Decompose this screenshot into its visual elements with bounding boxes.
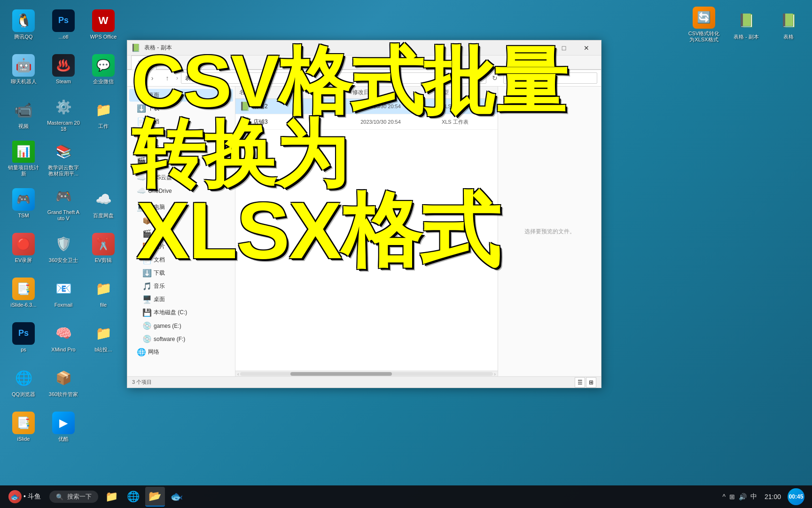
desktop-icon-xmind[interactable]: 🧠 XMind Pro <box>45 318 82 357</box>
horizontal-scrollbar[interactable]: ‹ › <box>235 371 498 376</box>
sidebar-item-picture[interactable]: 🖼️ 图片 <box>129 128 233 141</box>
local-c-icon: 💾 <box>142 308 151 317</box>
col-date: 修改日期 <box>352 88 437 96</box>
sidebar-item-document[interactable]: 📄 文档 <box>129 115 233 128</box>
desktop-icon-qq[interactable]: 🐧 腾讯QQ <box>5 5 42 45</box>
list-view-button[interactable]: ☰ <box>575 377 585 388</box>
tab-share[interactable]: 共享 <box>182 56 207 70</box>
tray-chevron[interactable]: ^ <box>721 492 726 501</box>
desktop-icon-qq-browser[interactable]: 🌐 QQ浏览器 <box>5 362 42 402</box>
download-icon-si: ⬇️ <box>137 104 145 113</box>
desktop-icon-ps2[interactable]: Ps ...otl <box>45 5 82 45</box>
clock-time: 21:00 <box>765 493 781 500</box>
explorer-window: 📗 表格 - 副本 ─ □ ✕ 文件 主页 共享 查看 ‹ › ↑ › ↻ <box>127 40 601 388</box>
music-icon-si: 🎵 <box>142 282 151 291</box>
sidebar-item-download[interactable]: ⬇️ 下载 <box>129 102 233 115</box>
file-row[interactable]: 📗 店铺2 2023/10/30 20:54 XLS 工作表 <box>235 99 498 114</box>
desktop-icon-sales[interactable]: 📊 销量项目统计新 <box>5 139 42 179</box>
preview-pane: 选择要预览的文件。 <box>498 87 601 376</box>
desktop-icon-video[interactable]: 📹 视频 <box>5 94 42 134</box>
desktop-icon-360[interactable]: 🛡️ 360安全卫士 <box>45 228 82 268</box>
sidebar-item-network[interactable]: 🌐 网络 <box>129 346 233 358</box>
tab-file[interactable]: 文件 <box>131 56 156 70</box>
video-icon-si: 🎬 <box>137 157 145 166</box>
taskbar-clock[interactable]: 21:00 <box>761 492 785 501</box>
taskbar-edge-button[interactable]: 🌐 <box>124 487 143 507</box>
desktop-icon-tsm[interactable]: 🎮 TSM <box>5 183 42 223</box>
wps-cloud-icon: ☁️ <box>137 173 145 182</box>
desktop-icon-ps[interactable]: Ps ps <box>5 318 42 357</box>
taskbar-search-box[interactable]: 🔍 搜索一下 <box>49 491 98 503</box>
desktop-icon-ev-rec[interactable]: 🔴 EV录屏 <box>5 228 42 268</box>
desktop-icon-islide2[interactable]: 📑 iSlide <box>5 407 42 447</box>
back-button[interactable]: ‹ <box>131 72 143 84</box>
desktop-icon-chatbot[interactable]: 🤖 聊天机器人 <box>5 49 42 89</box>
desktop-icon-steam[interactable]: ♨️ Steam <box>45 49 82 89</box>
status-bar: 3 个项目 ☰ ⊞ <box>127 376 601 388</box>
minimize-button[interactable]: ─ <box>531 41 552 55</box>
grid-view-button[interactable]: ⊞ <box>586 377 596 388</box>
documents-icon-si: 📄 <box>142 255 151 264</box>
forward-button[interactable]: › <box>146 72 158 84</box>
picture-icon-si: 🖼️ <box>137 130 145 139</box>
sidebar-item-this-pc[interactable]: 💻 此电脑 <box>129 201 233 214</box>
taskbar-app4-button[interactable]: 🐟 <box>167 487 187 507</box>
search-input[interactable] <box>503 72 597 84</box>
explorer-main: 🖥️ 桌面 ⬇️ 下载 📄 文档 🖼️ 图片 📁 其它 <box>127 87 601 376</box>
desktop-icon-work[interactable]: 📁 工作 <box>85 94 122 134</box>
sidebar-item-wps-cloud[interactable]: ☁️ WPS云盘 <box>129 171 233 184</box>
desktop-icon-edu[interactable]: 📚 教学训云数字教材应用平... <box>45 139 82 179</box>
window-titlebar: 📗 表格 - 副本 ─ □ ✕ <box>127 40 601 56</box>
sidebar-item-3d[interactable]: 📦 3D 对象 <box>129 214 233 227</box>
tray-volume[interactable]: 🔊 <box>738 492 748 501</box>
sidebar-item-pictures[interactable]: 🖼️ 图片 <box>129 240 233 253</box>
sidebar-item-games-e[interactable]: 💿 games (E:) <box>129 319 233 332</box>
sidebar-item-desktop[interactable]: 🖥️ 桌面 <box>129 89 233 102</box>
refresh-button[interactable]: ↻ <box>489 72 500 84</box>
address-bar: ‹ › ↑ › ↻ <box>127 70 601 87</box>
close-button[interactable]: ✕ <box>576 41 597 55</box>
sidebar-item-desktop2[interactable]: 🖥️ 桌面 <box>129 293 233 306</box>
desktop-icon-wps[interactable]: W WPS Office <box>85 5 122 45</box>
taskbar-start-area[interactable]: 🐟 • 斗鱼 <box>4 488 46 505</box>
tab-home[interactable]: 主页 <box>156 56 182 70</box>
desktop-icon-youku[interactable]: ▶ 优酷 <box>45 407 82 447</box>
up-button[interactable]: ↑ <box>161 72 173 84</box>
address-input[interactable] <box>181 72 486 84</box>
desktop-icon-baidu[interactable]: ☁️ 百度网盘 <box>85 183 122 223</box>
sidebar-item-video-1[interactable]: 🎬 视频 <box>129 155 233 167</box>
maximize-button[interactable]: □ <box>553 41 575 55</box>
sidebar-item-music[interactable]: 🎵 音乐 <box>129 280 233 293</box>
desktop-icon-gta[interactable]: 🎮 Grand Theft Auto V <box>45 183 82 223</box>
file-icon-1: 📗 <box>239 101 250 111</box>
tray-network[interactable]: ⊞ <box>728 492 736 501</box>
notification-badge[interactable]: 00:45 <box>788 488 804 505</box>
file-row[interactable]: 📗 店铺3 2023/10/30 20:54 XLS 工作表 <box>235 114 498 130</box>
desktop-icon-bz[interactable]: 📁 b站投... <box>85 318 122 357</box>
search-icon: 🔍 <box>56 493 63 500</box>
desktop-icon-wecom[interactable]: 💬 企业微信 <box>85 49 122 89</box>
scrollbar-thumb <box>290 372 391 376</box>
desktop-icon-mastercam[interactable]: ⚙️ Mastercam 2018 <box>45 94 82 134</box>
desktop-icon-ev-edit[interactable]: ✂️ EV剪辑 <box>85 228 122 268</box>
sidebar-item-onedrive[interactable]: ☁️ OneDrive <box>129 184 233 197</box>
tab-view[interactable]: 查看 <box>207 56 233 70</box>
sidebar-item-local-c[interactable]: 💾 本地磁盘 (C:) <box>129 306 233 319</box>
sidebar-item-videos[interactable]: 🎬 视频 <box>129 227 233 240</box>
taskbar-file-button[interactable]: 📂 <box>145 487 165 507</box>
desktop-icon-p3[interactable]: 📗 表格 - 副本 <box>727 5 765 45</box>
file-list: 📗 店铺2 2023/10/30 20:54 XLS 工作表 📗 店铺3 202… <box>235 99 498 371</box>
sidebar-item-other[interactable]: 📁 其它 <box>129 142 233 154</box>
sidebar-item-documents[interactable]: 📄 文档 <box>129 254 233 266</box>
desktop-icon-360mgr[interactable]: 📦 360软件管家 <box>45 362 82 402</box>
desktop-icon-islide[interactable]: 📑 iSlide-6.3... <box>5 273 42 313</box>
desktop-icons-left: 🐧 腾讯QQ 🤖 聊天机器人 📹 视频 📊 销量项目统计新 🎮 TSM 🔴 EV… <box>0 0 127 485</box>
desktop-icon-p4[interactable]: 📗 表格 <box>770 5 807 45</box>
desktop-icon-p2[interactable]: 🔄 CSV格式转化为XLSX格式 <box>685 5 723 45</box>
desktop-icon-foxmail[interactable]: 📧 Foxmail <box>45 273 82 313</box>
taskbar-explorer-button[interactable]: 📁 <box>102 487 122 507</box>
sidebar-item-downloads[interactable]: ⬇️ 下载 <box>129 267 233 279</box>
desktop-icon-file[interactable]: 📁 file <box>85 273 122 313</box>
sidebar-item-software-f[interactable]: 💿 software (F:) <box>129 333 233 345</box>
tray-ime[interactable]: 中 <box>750 492 758 502</box>
